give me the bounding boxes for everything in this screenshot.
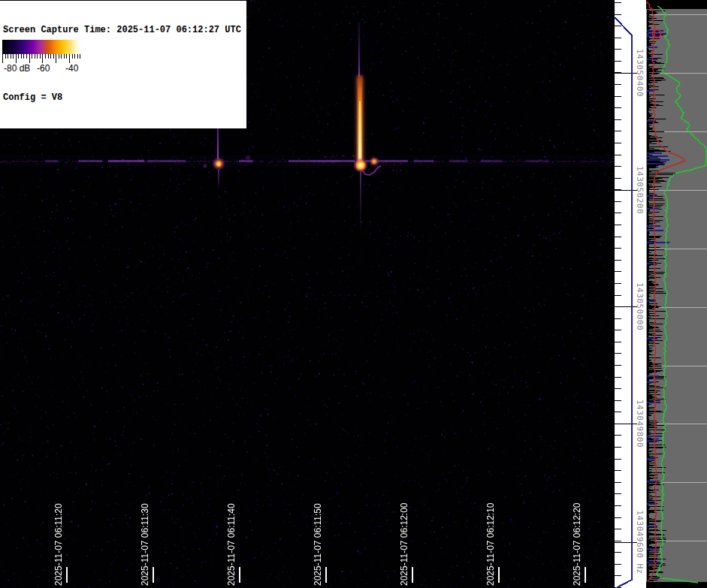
time-axis-tick — [239, 567, 240, 583]
time-axis-tick — [66, 567, 68, 583]
time-axis-label: 2025-11-07 06:12:10 — [485, 502, 496, 586]
spectrum-lab-screen-capture: Screen Capture Time: 2025-11-07 06:12:27… — [0, 0, 707, 588]
time-axis-tick — [412, 567, 413, 583]
time-axis-label: 2025-11-07 06:11:40 — [226, 503, 237, 586]
color-scale-gradient-bar — [2, 40, 83, 54]
freq-axis-label: 143050200 — [635, 166, 645, 214]
time-axis-tick — [325, 567, 327, 583]
frequency-axis: 1430504001430502001430500001430498001430… — [615, 0, 646, 588]
color-scale-labels: -80 dB -60 -40 — [2, 63, 83, 76]
config-text: Config = V8 — [3, 92, 241, 104]
color-scale-legend: -80 dB -60 -40 — [2, 40, 83, 76]
time-axis-label: 2025-11-07 06:11:30 — [140, 503, 150, 586]
capture-time-text: Screen Capture Time: 2025-11-07 06:12:27… — [3, 25, 241, 36]
time-axis-label: 2025-11-07 06:12:00 — [399, 502, 409, 586]
freq-axis-label: 143050000 — [635, 282, 645, 330]
freq-axis-label: 143050400 — [635, 49, 645, 97]
scale-label-min: -80 dB — [4, 63, 30, 74]
time-axis-label: 2025-11-07 06:11:20 — [53, 503, 64, 586]
spectrum-panel-canvas — [646, 0, 707, 588]
scale-label-mid: -60 — [37, 63, 50, 74]
freq-axis-label: 143049800 — [635, 400, 645, 448]
color-scale-ruler — [2, 54, 83, 63]
time-axis-tick — [585, 567, 586, 583]
time-axis-tick — [153, 567, 154, 583]
freq-axis-label: 143049600 Hz — [635, 510, 645, 574]
time-axis-label: 2025-11-07 06:12:20 — [572, 502, 582, 586]
time-axis-label: 2025-11-07 06:11:50 — [313, 503, 323, 586]
time-axis-tick — [498, 567, 500, 583]
scale-label-max: -40 — [65, 63, 78, 74]
